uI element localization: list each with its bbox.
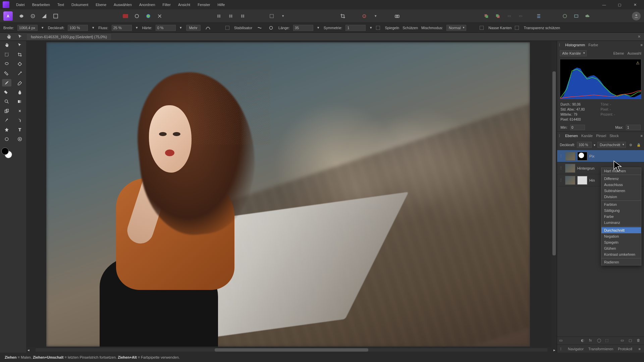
menu-text[interactable]: Text — [54, 1, 67, 8]
persona-develop-icon[interactable] — [29, 12, 37, 20]
align-left-icon[interactable] — [215, 12, 223, 20]
more-button[interactable]: Mehr — [186, 25, 201, 31]
panel-menu-icon[interactable]: ≡ — [641, 134, 643, 138]
chevron-down-icon[interactable]: ▾ — [279, 12, 287, 20]
minimize-button[interactable]: — — [596, 0, 612, 9]
blendmode-option[interactable]: Subtrahieren — [601, 188, 641, 194]
marquee-tool[interactable] — [15, 60, 24, 68]
cloud-icon[interactable] — [584, 12, 592, 20]
blendmode-option[interactable]: Durchschnitt — [601, 227, 641, 233]
max-field[interactable] — [626, 125, 641, 130]
align-center-icon[interactable] — [227, 12, 235, 20]
vertical-scrollbar[interactable] — [551, 41, 557, 347]
hand-tool-icon[interactable] — [5, 33, 13, 41]
delete-layer-icon[interactable]: 🗑 — [637, 338, 642, 344]
blendmode-option[interactable]: Negation — [601, 233, 641, 239]
menu-bearbeiten[interactable]: Bearbeiten — [29, 1, 53, 8]
sync-icon[interactable] — [561, 12, 569, 20]
adjustment-icon[interactable]: ◐ — [581, 338, 586, 344]
mirror-checkbox[interactable] — [376, 26, 380, 30]
menu-dokument[interactable]: Dokument — [68, 1, 92, 8]
tab-transform[interactable]: Transformieren — [588, 347, 613, 351]
menu-datei[interactable]: Datei — [13, 1, 28, 8]
blendmode-option[interactable]: Glühen — [601, 245, 641, 251]
blendmode-option[interactable]: Hart mischen — [601, 168, 641, 174]
arrange-front-icon[interactable] — [494, 12, 502, 20]
snapshot-icon[interactable] — [572, 12, 580, 20]
visibility-icon[interactable]: ⋮ — [559, 154, 563, 158]
lasso-tool[interactable] — [2, 60, 11, 68]
panel-menu-icon[interactable]: ≡ — [641, 43, 643, 47]
tab-navigator[interactable]: Navigator — [568, 347, 584, 351]
blendmode-option[interactable]: Division — [601, 194, 641, 200]
gradient-tool[interactable] — [15, 98, 24, 105]
blendmode-option[interactable]: Ausschluss — [601, 182, 641, 188]
add-layer-icon[interactable]: ▢ — [629, 338, 634, 344]
lock-icon[interactable]: 🔒 — [636, 141, 641, 149]
chevron-down-icon[interactable]: ▾ — [135, 25, 139, 30]
text-tool[interactable] — [15, 126, 24, 133]
tab-histogram[interactable]: Histogramm — [565, 43, 585, 47]
channels-select[interactable]: Alle Kanäle — [560, 50, 587, 56]
length-field[interactable]: 35 — [293, 25, 313, 31]
blendmode-option[interactable]: Differenz — [601, 176, 641, 182]
menu-fenster[interactable]: Fenster — [194, 1, 213, 8]
histogram-layer-button[interactable]: Ebene — [613, 51, 624, 55]
align-right-icon[interactable] — [238, 12, 246, 20]
blendmode-option[interactable]: Sättigung — [601, 207, 641, 214]
mask-icon[interactable]: ◯ — [597, 338, 602, 344]
blendmode-option[interactable]: Radieren — [601, 259, 641, 265]
flow-field[interactable]: 25 % — [112, 25, 132, 31]
layer-mask-thumbnail[interactable] — [577, 176, 587, 185]
gear-icon[interactable]: ⚙ — [628, 141, 634, 149]
mask-layer-icon[interactable]: ▭ — [559, 338, 565, 344]
blendmode-option[interactable]: Kontrast umkehren — [601, 251, 641, 257]
blendmode-option[interactable]: Luminanz — [601, 220, 641, 226]
width-field[interactable]: 1068,4 px — [17, 25, 38, 31]
window-mode-icon[interactable] — [267, 24, 275, 32]
stabilizer-checkbox[interactable] — [225, 26, 229, 30]
magic-wand-tool[interactable] — [15, 70, 24, 77]
chevron-down-icon[interactable]: ▾ — [369, 25, 373, 30]
layer-mask-thumbnail[interactable] — [577, 152, 587, 161]
fx-icon[interactable]: fx — [589, 338, 594, 344]
menu-filter[interactable]: Filter — [159, 1, 174, 8]
crop-icon[interactable] — [339, 12, 347, 20]
menu-ansicht[interactable]: Ansicht — [175, 1, 194, 8]
circle-tool-icon[interactable] — [133, 12, 141, 20]
persona-liquify-icon[interactable] — [17, 12, 25, 20]
opacity-field[interactable]: 100 % — [68, 25, 88, 31]
arrange-back-icon[interactable] — [482, 12, 490, 20]
chevron-down-icon[interactable]: ▾ — [372, 12, 380, 20]
blendmode-option[interactable]: Spiegeln — [601, 239, 641, 245]
wetedges-checkbox[interactable] — [480, 26, 484, 30]
color-wheel-icon[interactable] — [144, 12, 152, 20]
smudge-tool[interactable] — [15, 88, 24, 96]
chevron-down-icon[interactable]: ▾ — [317, 25, 320, 30]
layer-blendmode-select[interactable]: Durchschnitt — [597, 142, 626, 148]
pressure-size-icon[interactable] — [204, 24, 212, 32]
menu-auswählen[interactable]: Auswählen — [110, 1, 135, 8]
healing-tool[interactable] — [15, 107, 24, 115]
tab-stock[interactable]: Stock — [609, 134, 619, 138]
shape-tool[interactable] — [2, 126, 11, 133]
crop-tool[interactable] — [15, 51, 24, 58]
camera-icon[interactable] — [393, 12, 401, 20]
group-icon[interactable]: ▭ — [621, 338, 626, 344]
tab-layers[interactable]: Ebenen — [565, 134, 578, 138]
layer-row[interactable]: ⋮ Pix — [557, 150, 644, 162]
fill-tool[interactable] — [2, 88, 11, 96]
align-panel-icon[interactable] — [535, 12, 543, 20]
maximize-button[interactable]: ▢ — [612, 0, 627, 9]
color-swatch[interactable] — [1, 147, 12, 158]
chevron-down-icon[interactable]: ▾ — [594, 143, 595, 147]
move-tool-2[interactable] — [15, 42, 24, 49]
symmetry-field[interactable]: 1 — [345, 25, 366, 31]
document-tab[interactable]: fashion-6146328_1920.jpg [Geändert] (75,… — [27, 34, 111, 40]
move-tool-icon[interactable] — [16, 33, 24, 41]
panel-menu-icon[interactable]: ≡ — [639, 347, 641, 351]
blendmode-option[interactable]: Farbe — [601, 214, 641, 220]
layer-name[interactable]: Pix — [589, 154, 642, 158]
zoom-tool[interactable] — [15, 135, 24, 143]
histogram-selection-button[interactable]: Auswahl — [627, 51, 641, 55]
